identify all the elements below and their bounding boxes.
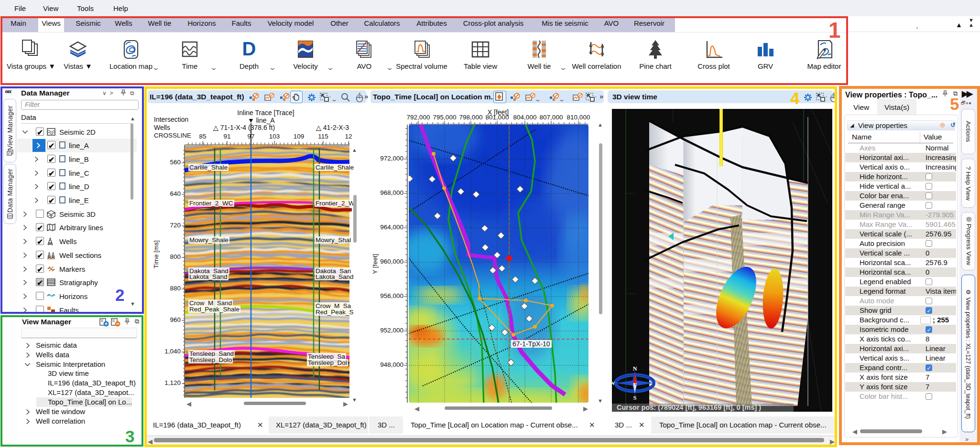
svg-text:Cursor pos: (789024 [ft], 9631: Cursor pos: (789024 [ft], 963169 [ft], 0… [617,404,761,411]
svg-text:N: N [633,365,637,372]
svg-text:-T: -T [632,381,637,386]
svg-text:W: W [610,380,615,386]
svg-text:S: S [633,395,637,401]
svg-text:E: E [655,380,658,386]
